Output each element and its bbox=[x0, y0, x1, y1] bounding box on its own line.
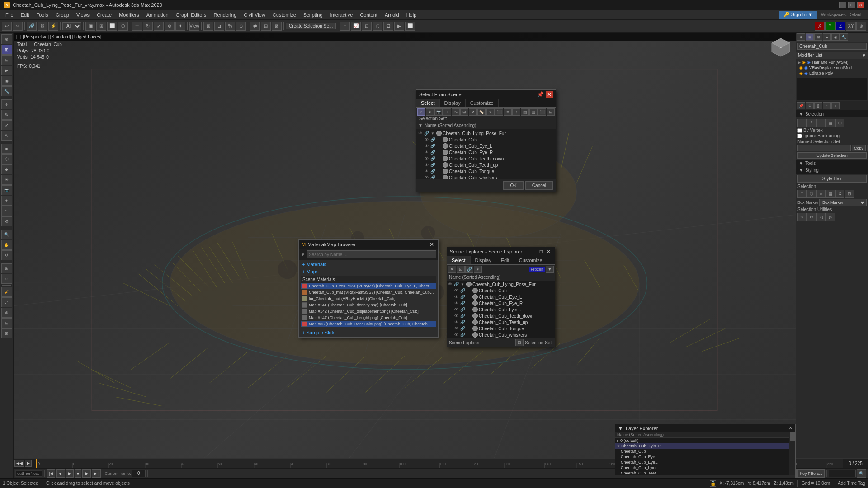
snap-to-vertex-btn[interactable]: ○ bbox=[1, 274, 12, 284]
clone-btn[interactable]: ⊞ bbox=[1, 328, 12, 338]
se-root[interactable]: 👁 🔗 ▼ Cheetah_Cub_Lying_Pose_Fur bbox=[447, 281, 555, 287]
border-mode-btn[interactable]: □ bbox=[816, 119, 826, 127]
se-tab-display[interactable]: Display bbox=[471, 256, 496, 264]
zoom-btn[interactable]: 🔍 bbox=[1, 230, 12, 239]
menu-animation[interactable]: Animation bbox=[143, 11, 172, 19]
lights-btn[interactable]: ☀ bbox=[1, 175, 12, 185]
helpers-btn[interactable]: + bbox=[1, 196, 12, 206]
motion-tab-btn[interactable]: ▶ bbox=[823, 33, 831, 41]
vertex-mode-btn[interactable]: · bbox=[797, 119, 807, 127]
mat-materials-hdr[interactable]: + Materials bbox=[301, 261, 436, 268]
sfs-child-3[interactable]: 👁 🔗 Cheetah_Cub_Teeth_down bbox=[417, 155, 555, 162]
cameras-btn[interactable]: 📷 bbox=[1, 185, 12, 195]
menu-scripting[interactable]: Scripting bbox=[300, 11, 326, 19]
sfs-filter3-btn[interactable]: ⊟ bbox=[547, 108, 555, 116]
sel-util-2[interactable]: ⊖ bbox=[807, 213, 816, 221]
mat-item-0[interactable]: Cheetah_Cub_Eyes_MAT (VRayMtl) [Cheetah_… bbox=[301, 283, 436, 289]
key-filters-btn[interactable]: Key Filters... bbox=[797, 469, 825, 478]
menu-interactive[interactable]: Interactive bbox=[326, 11, 357, 19]
sfs-geom-btn[interactable]: ○ bbox=[417, 108, 425, 116]
layers-button[interactable]: ≡ bbox=[340, 22, 350, 31]
render-last-button[interactable]: ⬜ bbox=[405, 22, 415, 31]
sfs-bone-btn[interactable]: 🦴 bbox=[477, 108, 486, 116]
time-search-btn[interactable]: 🔍 bbox=[857, 469, 866, 478]
play-anim-btn[interactable]: ▶ bbox=[66, 469, 74, 478]
material-editor-button[interactable]: ⬡ bbox=[373, 22, 382, 31]
update-selection-btn[interactable]: Update Selection bbox=[797, 152, 867, 159]
se-clear-btn[interactable]: ✕ bbox=[448, 266, 456, 273]
sel-util-3[interactable]: ◁ bbox=[816, 213, 826, 221]
sfs-helper-btn[interactable]: + bbox=[443, 108, 451, 116]
se-frozen-down-btn[interactable]: ▼ bbox=[546, 266, 554, 273]
menu-create[interactable]: Create bbox=[93, 11, 115, 19]
sfs-sort-btn[interactable]: ↕ bbox=[512, 108, 520, 116]
sfs-cols-btn[interactable]: ▥ bbox=[529, 108, 538, 116]
sfs-tree-btn[interactable]: ≡ bbox=[504, 108, 512, 116]
sfs-clear-btn[interactable]: ✕ bbox=[486, 108, 495, 116]
mat-item-3[interactable]: Map #141 (Cheetah_Cub_density.png) [Chee… bbox=[301, 302, 436, 308]
percent-snap-button[interactable]: % bbox=[225, 22, 235, 31]
mat-browser-close-btn[interactable]: ✕ bbox=[428, 241, 435, 248]
arc-rotate-btn[interactable]: ↺ bbox=[1, 250, 12, 260]
align-view-button[interactable]: ⊠ bbox=[272, 22, 282, 31]
mat-item-6[interactable]: Map #86 (Cheetah_Cub_BaseColor.png) [Che… bbox=[301, 321, 436, 327]
style-hair-btn[interactable]: Style Hair bbox=[797, 175, 867, 183]
spinner-snap-button[interactable]: ⊙ bbox=[236, 22, 246, 31]
ignore-backfacing-check[interactable]: Ignore Backfacing bbox=[797, 133, 867, 138]
edge-mode-btn[interactable]: / bbox=[807, 119, 816, 127]
menu-views[interactable]: Views bbox=[73, 11, 93, 19]
current-frame-input[interactable] bbox=[132, 470, 146, 477]
maximize-button[interactable]: □ bbox=[848, 2, 855, 8]
snap-toggle-button[interactable]: ⊞ bbox=[203, 22, 213, 31]
prev-frame-btn[interactable]: ◀◀ bbox=[14, 460, 24, 467]
mod-pin-btn[interactable]: 📌 bbox=[797, 102, 805, 109]
align-lt-btn[interactable]: ⊟ bbox=[1, 318, 12, 328]
le-scrollbar[interactable] bbox=[789, 432, 795, 475]
create-tab-btn[interactable]: ⊕ bbox=[797, 33, 805, 41]
create-panel-btn[interactable]: ⊕ bbox=[1, 34, 12, 44]
mat-browser-search-input[interactable] bbox=[307, 250, 436, 258]
standard-primitives-btn[interactable]: ■ bbox=[1, 144, 12, 154]
modify-tab-btn[interactable]: ⊞ bbox=[806, 33, 814, 41]
viewport-gizmo[interactable]: P bbox=[769, 36, 792, 59]
spacewarps-btn[interactable]: 〜 bbox=[1, 206, 12, 216]
le-sub-3[interactable]: Cheetah_Cub_Lyin... bbox=[615, 465, 789, 470]
sel-icon-1[interactable]: □ bbox=[797, 190, 807, 198]
circular-selection-button[interactable]: ⬡ bbox=[118, 22, 128, 31]
copy-sel-btn[interactable]: Copy bbox=[852, 145, 866, 151]
mod-down-btn[interactable]: ↓ bbox=[831, 102, 840, 109]
snap-to-grid-btn[interactable]: ⊞ bbox=[1, 263, 12, 273]
sfs-close-btn[interactable]: ✕ bbox=[546, 91, 553, 98]
xy-axis-button[interactable]: XY bbox=[846, 22, 856, 31]
reference-button[interactable]: ⊕ bbox=[856, 22, 866, 31]
se-close-btn[interactable]: ✕ bbox=[545, 249, 552, 255]
le-item-1[interactable]: ▼ Cheetah_Cub_Lyin_P... bbox=[615, 443, 789, 449]
styling-section-title[interactable]: ▼ Styling bbox=[796, 167, 868, 174]
menu-tools[interactable]: Tools bbox=[33, 11, 52, 19]
scale-uniform-button[interactable]: ⊕ bbox=[165, 22, 175, 31]
select-by-name-button[interactable]: ⊞ bbox=[96, 22, 106, 31]
sfs-group-btn[interactable]: ⊞ bbox=[460, 108, 468, 116]
paint-btn[interactable]: 🖌 bbox=[1, 287, 12, 297]
sel-util-1[interactable]: ⊕ bbox=[797, 213, 807, 221]
se-child-5[interactable]: 👁 🔗 Cheetah_Cub_Teeth_up bbox=[447, 319, 555, 325]
mat-item-4[interactable]: Map #142 (Cheetah_Cub_displacement.png) … bbox=[301, 308, 436, 314]
le-scroll-thumb[interactable] bbox=[790, 432, 795, 441]
se-link-btn[interactable]: 🔗 bbox=[465, 266, 473, 273]
utilities-panel-btn[interactable]: 🔧 bbox=[1, 86, 12, 96]
mat-item-5[interactable]: Map #147 (Cheetah_Cub_Lenght.png) [Cheet… bbox=[301, 314, 436, 321]
rotate-button[interactable]: ↻ bbox=[143, 22, 153, 31]
mod-up-btn[interactable]: ↑ bbox=[823, 102, 831, 109]
select-and-scale-btn[interactable]: ⤢ bbox=[1, 120, 12, 130]
sfs-tab-display[interactable]: Display bbox=[440, 99, 466, 107]
sel-icon-4[interactable]: ▦ bbox=[826, 190, 835, 198]
menu-rendering[interactable]: Rendering bbox=[210, 11, 241, 19]
mat-maps-hdr[interactable]: + Maps bbox=[301, 268, 436, 275]
hierarchy-tab-btn[interactable]: ⊟ bbox=[814, 33, 822, 41]
le-sub-0[interactable]: Cheetah_Cub bbox=[615, 449, 789, 454]
sfs-filter2-btn[interactable]: ⬛ bbox=[538, 108, 546, 116]
object-name-input[interactable] bbox=[797, 43, 867, 50]
mat-item-2[interactable]: fur_Cheetah_mat (VRayHairMtl) [Cheetah_C… bbox=[301, 296, 436, 302]
scale-button[interactable]: ⤢ bbox=[154, 22, 164, 31]
sel-icon-6[interactable]: ⊟ bbox=[845, 190, 854, 198]
